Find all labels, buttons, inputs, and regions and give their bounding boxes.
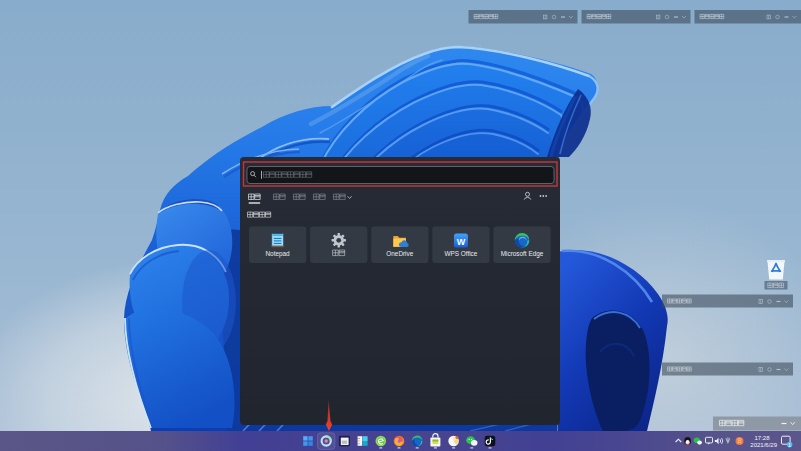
svg-text:2021/6/29: 2021/6/29: [750, 442, 777, 448]
svg-text:Notepad: Notepad: [266, 250, 291, 258]
svg-text:1: 1: [788, 443, 791, 448]
svg-text:Microsoft Edge: Microsoft Edge: [501, 250, 544, 258]
svg-text:OneDrive: OneDrive: [386, 250, 413, 257]
svg-text:17:28: 17:28: [754, 435, 770, 441]
svg-text:WPS Office: WPS Office: [444, 250, 477, 257]
svg-text:W: W: [457, 237, 466, 247]
